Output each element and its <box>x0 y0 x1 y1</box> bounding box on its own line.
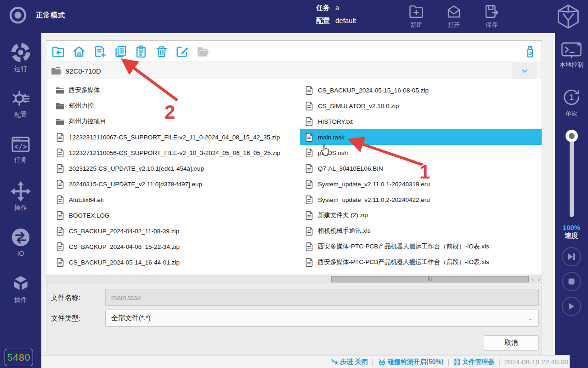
home-icon[interactable] <box>72 44 86 58</box>
file-name: pBIOS.nsh <box>318 150 348 156</box>
paste-icon[interactable] <box>134 44 148 58</box>
local-control-button[interactable]: 本地控制 <box>555 40 588 69</box>
list-item[interactable]: 新建文件夹 (2).zip <box>300 207 542 223</box>
open-task-icon <box>446 3 462 20</box>
sidebar-item-task[interactable]: </> 任务 <box>0 135 41 164</box>
list-item[interactable]: 西安多媒体-PTC-PCB产品机器人搬运工作台（前段）-IO表.xls <box>300 239 542 254</box>
file-name: 郑州力控项目 <box>69 117 106 126</box>
step-forward-button[interactable] <box>562 247 581 266</box>
usb-drive-icon[interactable] <box>523 44 537 58</box>
file-name: CS_SIMULATOR_v2.10.0.zip <box>318 103 399 109</box>
file-manager-icon <box>453 358 460 366</box>
list-item[interactable]: System_update_v2.11.0.1-20240319.eru <box>300 176 542 192</box>
filename-input[interactable] <box>105 289 539 306</box>
status-separator: | <box>498 358 500 366</box>
move-arrows-icon <box>11 181 31 201</box>
sidebar-item-plugin[interactable]: 插件 <box>0 273 41 304</box>
file-icon <box>56 242 64 251</box>
folder-icon <box>56 102 64 109</box>
list-item[interactable]: 郑州力控 <box>51 98 295 114</box>
sidebar-item-config[interactable]: 配置 <box>0 88 41 119</box>
list-item[interactable]: 12232312110067-CS_SUPPORT_FILE-v2_11_0-2… <box>51 129 295 145</box>
list-item[interactable]: 20240315-CS_UPDATE_v2.11.0[d378-f497].eu… <box>51 176 295 192</box>
list-item[interactable]: BOOTEX.LOG <box>51 207 295 223</box>
list-item[interactable]: CS_BACKUP_2024-05-15_16-08-05.zip <box>300 82 542 98</box>
scrollbar-thumb[interactable]: ⦙⦙⦙ <box>331 276 529 282</box>
file-column-left: 西安多媒体郑州力控郑州力控项目12232312110067-CS_SUPPORT… <box>51 82 295 270</box>
list-item-selected[interactable]: main.task <box>300 129 542 145</box>
folder-icon <box>56 86 64 94</box>
new-file-icon[interactable] <box>92 44 107 58</box>
file-name: 20240315-CS_UPDATE_v2.11.0[d378-f497].eu… <box>69 181 202 188</box>
new-task-label: 新建 <box>410 21 422 29</box>
brand-logo <box>556 4 581 31</box>
file-name: 新建文件夹 (2).zip <box>318 211 368 219</box>
file-name: CS_BACKUP_2024-05-14_16-44-01.zip <box>69 259 180 266</box>
breadcrumb[interactable]: 92C0-710D <box>46 63 542 80</box>
file-icon <box>305 180 313 189</box>
status-separator: | <box>372 358 373 366</box>
new-task-button[interactable]: 新建 <box>403 3 429 29</box>
speed-percent: 100% <box>555 224 588 231</box>
stop-button[interactable] <box>562 272 581 291</box>
config-value: default <box>335 17 356 25</box>
horizontal-scrollbar[interactable]: ⦙⦙⦙ ‹ › <box>46 275 542 284</box>
chevron-down-icon: ⌄ <box>528 315 533 322</box>
folder-back-icon[interactable] <box>51 44 65 58</box>
file-name: 12232712110056-CS_SUPPORT_FILE-v2_10_3-2… <box>69 150 280 156</box>
file-icon <box>305 196 313 204</box>
speed-slider-track[interactable] <box>570 133 574 217</box>
file-icon <box>305 117 313 126</box>
step-mode-status[interactable]: 步进 关闭 <box>331 358 368 366</box>
list-item[interactable]: 郑州力控项目 <box>51 114 295 129</box>
sidebar-item-operate[interactable]: 操作 <box>0 181 41 212</box>
speed-slider-thumb[interactable] <box>565 130 578 142</box>
file-icon <box>305 133 313 142</box>
file-name: main.task <box>318 134 345 141</box>
list-item[interactable]: 西安多媒体 <box>51 82 295 98</box>
file-icon <box>305 211 313 220</box>
file-icon <box>56 180 64 189</box>
list-item[interactable]: pBIOS.nsh <box>300 145 542 161</box>
scroll-left-arrow[interactable]: ‹ <box>532 276 534 283</box>
local-control-label: 本地控制 <box>560 61 583 69</box>
ring-dot-icon <box>8 6 28 25</box>
list-item[interactable]: AfuEfix64.efi <box>51 192 295 207</box>
speed-readout: 100% 速度 <box>555 224 588 240</box>
filetype-select[interactable]: 全部文件(*.*) ⌄ <box>105 310 539 327</box>
file-name: 12232312110067-CS_SUPPORT_FILE-v2_11_0-2… <box>69 134 280 141</box>
list-item[interactable]: CS_SIMULATOR_v2.10.0.zip <box>300 98 542 114</box>
list-item[interactable]: Q7-AL_30410EL06.BIN <box>300 161 542 176</box>
list-item[interactable]: 20231225-CS_UPDATE_v2.10.1[edc1-454a].eu… <box>51 161 295 176</box>
file-name: 西安多媒体-PTC-PCB产品机器人搬运工作台（后段）-IO表.xls <box>318 258 489 266</box>
edit-icon[interactable] <box>175 44 189 58</box>
breadcrumb-dropdown-button[interactable] <box>512 63 537 79</box>
list-item[interactable]: System_update_v2.11.0.2-20240422.eru <box>300 192 542 207</box>
save-task-button[interactable]: 保存 <box>479 3 504 29</box>
robot-control-app: 正常模式 任务 a 配置 default 新建 <box>0 0 588 368</box>
list-item[interactable]: CS_BACKUP_2024-04-08_15-22-34.zip <box>51 239 295 254</box>
list-item[interactable]: CS_BACKUP_2024-05-14_16-44-01.zip <box>51 254 295 270</box>
trash-icon[interactable] <box>154 44 169 58</box>
list-item[interactable]: HISTORY.txt <box>300 114 542 129</box>
file-name: System_update_v2.11.0.2-20240422.eru <box>318 196 430 203</box>
task-config-group: 任务 a 配置 default <box>316 4 356 25</box>
open-task-button[interactable]: 打开 <box>441 3 467 29</box>
sidebar-item-io[interactable]: IO <box>0 227 41 257</box>
collision-status[interactable]: 碰撞检测开启(50%) <box>378 358 443 366</box>
file-manager-status[interactable]: 文件管理器 <box>453 358 494 366</box>
current-folder-icon <box>51 67 61 75</box>
list-item[interactable]: CS_BACKUP_2024-04-02_11-08-39.zip <box>51 223 295 239</box>
list-item[interactable]: 12232712110056-CS_SUPPORT_FILE-v2_10_3-2… <box>51 145 295 161</box>
list-item[interactable]: 相机机械手通讯.xls <box>300 223 542 239</box>
cancel-button[interactable]: 取消 <box>484 335 539 351</box>
scroll-right-arrow[interactable]: › <box>538 276 540 283</box>
mode-indicator[interactable]: 正常模式 <box>8 6 65 25</box>
copy-icon[interactable] <box>113 44 127 58</box>
sidebar-item-run[interactable]: 运行 <box>0 42 41 73</box>
top-actions: 新建 打开 保存 <box>403 3 504 29</box>
file-icon <box>56 164 64 173</box>
single-run-button[interactable]: 1 单次 <box>555 86 588 118</box>
list-item[interactable]: 西安多媒体-PTC-PCB产品机器人搬运工作台（后段）-IO表.xls <box>300 254 542 270</box>
play-button[interactable] <box>562 297 581 316</box>
